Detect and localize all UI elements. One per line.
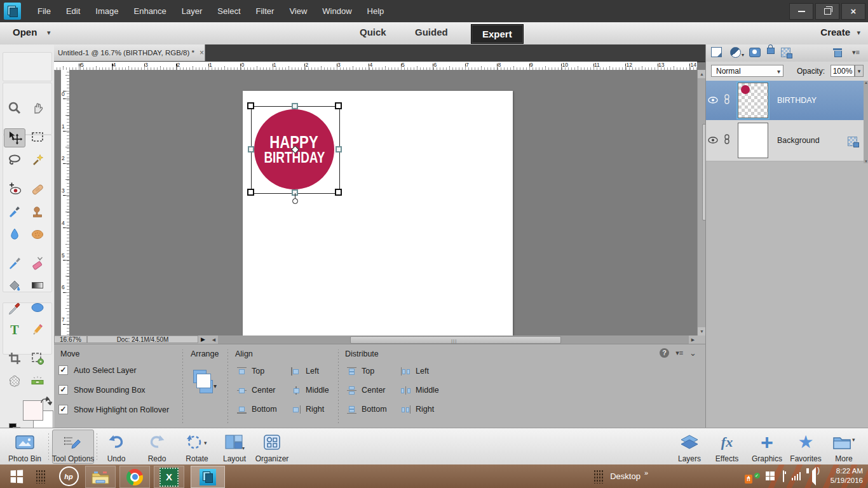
tray-windows-icon[interactable] [766,471,775,481]
blend-dropdown-icon[interactable]: ▾ [777,65,780,78]
menu-enhance[interactable]: Enhance [126,6,174,16]
clone-stamp-tool-icon[interactable] [27,203,48,220]
tab-guided[interactable]: Guided [415,27,448,37]
organizer-button[interactable]: Organizer [254,430,290,463]
desktop-toolbar-label[interactable]: Desktop [610,471,641,481]
menu-file[interactable]: File [30,6,58,16]
sponge-tool-icon[interactable] [27,225,48,243]
photoshop-elements-taskbar-button[interactable] [191,466,225,488]
menu-image[interactable]: Image [88,6,126,16]
zoom-tool-icon[interactable] [4,99,25,117]
selection-handle-middle-right[interactable] [336,146,342,152]
redo-button[interactable]: Redo [141,430,173,463]
layers-scrollbar[interactable]: ▲ ▼ [864,81,868,163]
menu-filter[interactable]: Filter [248,6,282,16]
volume-icon[interactable] [808,471,816,482]
tab-expert[interactable]: Expert [471,24,524,44]
selection-handle-bottom-right[interactable] [335,189,342,196]
start-button[interactable] [5,466,28,487]
undo-button[interactable]: Undo [100,430,132,463]
layer-row-background[interactable]: Background [706,120,864,161]
toolbar-expand-icon[interactable]: » [644,469,648,477]
status-expand-icon[interactable]: ▶ [201,336,205,342]
horizontal-scroll-thumb[interactable]: ||| [350,336,561,344]
lasso-tool-icon[interactable] [4,151,25,169]
lock-transparency-icon[interactable] [781,48,790,57]
align-right-button[interactable]: Right [291,405,324,414]
marquee-tool-icon[interactable] [27,128,48,146]
arrange-dropdown-icon[interactable]: ▾ [214,383,217,390]
panel-menu-icon[interactable]: ▾≡ [675,349,683,357]
canvas-area[interactable]: HAPPY BIRTHDAY [69,70,697,336]
file-explorer-button[interactable] [85,466,116,488]
align-middle-button[interactable]: Middle [291,386,329,395]
smart-brush-tool-icon[interactable] [4,203,25,220]
tool-options-button[interactable]: Tool Options [52,430,94,464]
eyedropper-tool-icon[interactable] [4,299,25,316]
layer-thumbnail[interactable] [738,83,768,118]
create-dropdown-icon[interactable]: ▾ [857,29,860,37]
create-button[interactable]: Create [820,27,850,37]
layer-thumbnail[interactable] [738,123,768,158]
type-tool-icon[interactable]: T [4,321,25,339]
brush-tool-icon[interactable] [4,254,25,272]
selection-handle-top-right[interactable] [335,102,342,109]
menu-layer[interactable]: Layer [174,6,210,16]
doc-size-field[interactable]: Doc: 24.1M/4.50M [87,336,198,343]
layers-button[interactable]: Layers [674,430,705,463]
swap-colors-icon[interactable] [39,396,52,407]
delete-layer-icon[interactable] [833,48,842,57]
vertical-scrollbar[interactable]: ▲ ▼ [697,70,706,336]
scroll-left-icon[interactable]: ◀ [210,336,218,344]
selection-handle-top-left[interactable] [247,102,254,109]
distribute-center-button[interactable]: Center [347,386,386,395]
horizontal-scrollbar[interactable]: ◀ ||| ▶ [210,336,697,344]
selection-handle-bottom-left[interactable] [247,189,254,196]
blend-mode-select[interactable]: Normal▾ [711,65,783,77]
pinned-dots-icon[interactable] [32,466,50,487]
collapse-panel-icon[interactable]: ⌄ [689,348,696,358]
excel-button[interactable]: X [154,466,184,488]
align-bottom-button[interactable]: Bottom [237,405,277,414]
layer-row-birthday[interactable]: BIRTHDAY [706,81,864,120]
lock-layer-icon[interactable] [767,43,775,54]
power-battery-icon[interactable] [783,471,784,482]
pencil-tool-icon[interactable] [27,321,48,339]
gradient-tool-icon[interactable] [27,276,48,294]
rotate-button[interactable]: ▾ Rotate [180,430,214,463]
straighten-tool-icon[interactable] [27,372,48,390]
favorites-button[interactable]: ★ Favorites [788,430,824,463]
align-top-button[interactable]: Top [237,367,264,376]
zoom-level-field[interactable]: 16.67% [54,336,87,343]
desktop-toolbar[interactable]: Desktop » [593,464,648,488]
panel-scroll-up-icon[interactable]: ▲ [864,81,868,85]
help-icon[interactable]: ? [660,348,669,358]
blur-tool-icon[interactable] [4,225,25,243]
arrange-icon[interactable]: ▾ [192,369,220,398]
document-tab[interactable]: Untitled-1 @ 16.7% (BIRTHDAY, RGB/8) * × [54,44,205,61]
opacity-dropdown-icon[interactable]: ▾ [855,65,864,77]
adjustment-dropdown-icon[interactable]: ▾ [742,52,744,58]
eraser-tool-icon[interactable] [27,254,48,272]
opacity-value-field[interactable]: 100% [831,65,855,77]
photo-bin-button[interactable]: Photo Bin [5,430,44,463]
layer-visibility-eye-icon[interactable] [706,135,720,146]
restore-button[interactable] [815,3,839,20]
crop-tool-icon[interactable] [4,349,25,367]
distribute-bottom-button[interactable]: Bottom [347,405,387,414]
selection-handle-top-center[interactable] [292,103,298,109]
recompose-tool-icon[interactable] [27,349,48,367]
auto-select-layer-checkbox[interactable]: ✓ [58,365,68,375]
hand-tool-icon[interactable] [27,99,48,117]
minimize-button[interactable] [789,3,813,20]
taskbar-clock[interactable]: 8:22 AM 5/19/2016 [831,466,863,485]
move-tool-icon[interactable] [4,128,25,147]
scroll-right-icon[interactable]: ▶ [689,336,697,344]
paint-bucket-tool-icon[interactable] [4,276,25,294]
auto-select-layer-row[interactable]: ✓ Auto Select Layer [58,365,137,375]
distribute-right-button[interactable]: Right [401,405,434,414]
distribute-top-button[interactable]: Top [347,367,374,376]
layer-visibility-eye-icon[interactable] [706,95,720,106]
hp-support-button[interactable]: hp [56,466,81,487]
show-highlight-rollover-checkbox[interactable]: ✓ [58,405,68,414]
